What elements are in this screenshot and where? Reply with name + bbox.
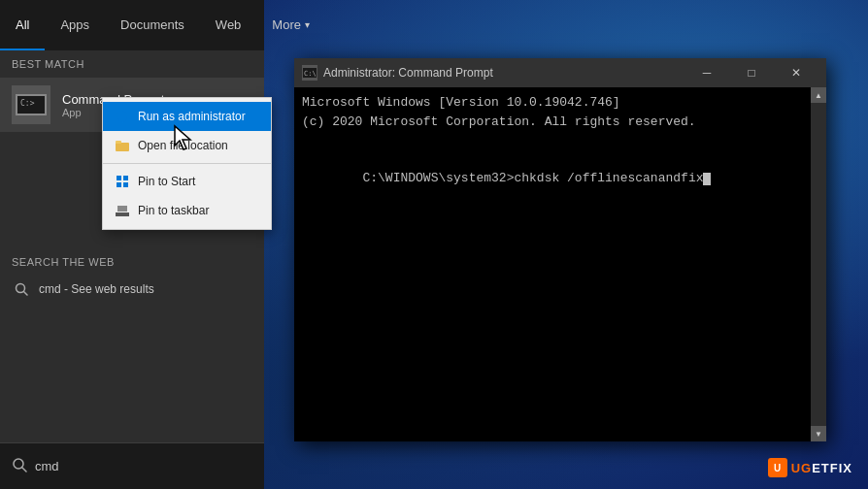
cmd-titlebar: C:\ Administrator: Command Prompt ─ □ ✕ — [294, 58, 826, 87]
context-open-file-location[interactable]: Open file location — [103, 131, 271, 160]
tab-apps[interactable]: Apps — [45, 0, 105, 50]
svg-rect-1 — [116, 141, 121, 144]
watermark-ug: UG — [791, 461, 813, 475]
context-divider — [103, 163, 271, 164]
open-file-location-label: Open file location — [138, 139, 228, 152]
best-match-label: Best match — [12, 58, 252, 70]
tab-more[interactable]: More ▾ — [256, 0, 325, 50]
scrollbar-up-button[interactable]: ▲ — [811, 87, 826, 103]
cmd-text-area: Microsoft Windows [Version 10.0.19042.74… — [294, 87, 811, 441]
tabs-bar: All Apps Documents Web More ▾ — [0, 0, 264, 50]
pin-start-icon — [115, 174, 130, 189]
watermark-icon: U — [768, 458, 787, 477]
best-match-section: Best match — [0, 50, 264, 78]
taskbar-icon — [115, 203, 130, 218]
search-web-section-label: Search the web — [0, 248, 264, 276]
spacer — [0, 303, 264, 442]
watermark-text: UGETFIX — [791, 461, 852, 475]
search-input-value: cmd — [35, 459, 252, 473]
cmd-title-text: Administrator: Command Prompt — [323, 66, 679, 80]
cmd-scrollbar: ▲ ▼ — [811, 87, 826, 441]
minimize-button[interactable]: ─ — [684, 58, 729, 87]
svg-rect-2 — [117, 176, 121, 180]
folder-icon — [115, 138, 130, 153]
watermark-etfix: ETFIX — [812, 461, 852, 475]
svg-rect-5 — [123, 182, 128, 187]
search-icon — [12, 279, 31, 299]
context-menu: Run as administrator Open file location — [102, 97, 272, 230]
cmd-titlebar-icon: C:\ — [302, 65, 317, 81]
cmd-line-1: Microsoft Windows [Version 10.0.19042.74… — [302, 93, 803, 113]
watermark: U UGETFIX — [768, 458, 852, 477]
svg-rect-7 — [117, 206, 127, 212]
search-web-item[interactable]: cmd - See web results — [0, 276, 264, 303]
svg-line-9 — [24, 292, 28, 296]
tab-documents[interactable]: Documents — [105, 0, 200, 50]
cmd-icon — [16, 94, 47, 115]
close-button[interactable]: ✕ — [774, 58, 818, 87]
app-icon — [12, 85, 50, 124]
svg-text:C:\: C:\ — [304, 70, 317, 78]
svg-rect-6 — [116, 212, 129, 216]
maximize-button[interactable]: □ — [729, 58, 774, 87]
context-pin-to-taskbar[interactable]: Pin to taskbar — [103, 196, 271, 225]
cmd-content: Microsoft Windows [Version 10.0.19042.74… — [294, 87, 826, 441]
cmd-line-4: C:\WINDOWS\system32>chkdsk /offlinescana… — [302, 150, 803, 208]
cmd-line-3 — [302, 131, 803, 150]
scrollbar-track — [811, 103, 826, 426]
cmd-controls: ─ □ ✕ — [684, 58, 818, 87]
context-run-as-admin[interactable]: Run as administrator — [103, 102, 271, 131]
tab-all[interactable]: All — [0, 0, 45, 50]
svg-rect-0 — [116, 143, 129, 151]
cmd-line-2: (c) 2020 Microsoft Corporation. All righ… — [302, 113, 803, 132]
svg-rect-3 — [123, 176, 128, 180]
pin-to-start-label: Pin to Start — [138, 175, 195, 188]
context-pin-to-start[interactable]: Pin to Start — [103, 167, 271, 196]
cmd-cursor — [703, 173, 711, 185]
run-as-admin-label: Run as administrator — [138, 110, 246, 123]
search-bar-icon — [12, 457, 27, 475]
svg-line-11 — [22, 468, 26, 472]
tab-web[interactable]: Web — [200, 0, 257, 50]
start-menu: All Apps Documents Web More ▾ Best match… — [0, 0, 264, 489]
search-web-label: Search the web — [12, 256, 252, 268]
scrollbar-down-button[interactable]: ▼ — [811, 426, 826, 441]
chevron-down-icon: ▾ — [305, 19, 310, 30]
search-web-query: cmd - See web results — [39, 282, 154, 296]
shield-icon — [115, 109, 130, 124]
search-web-wrapper: Search the web cmd - See web results — [0, 248, 264, 303]
pin-to-taskbar-label: Pin to taskbar — [138, 204, 209, 217]
svg-rect-4 — [117, 182, 121, 187]
search-bar[interactable]: cmd — [0, 442, 264, 489]
cmd-window: C:\ Administrator: Command Prompt ─ □ ✕ … — [294, 58, 826, 441]
